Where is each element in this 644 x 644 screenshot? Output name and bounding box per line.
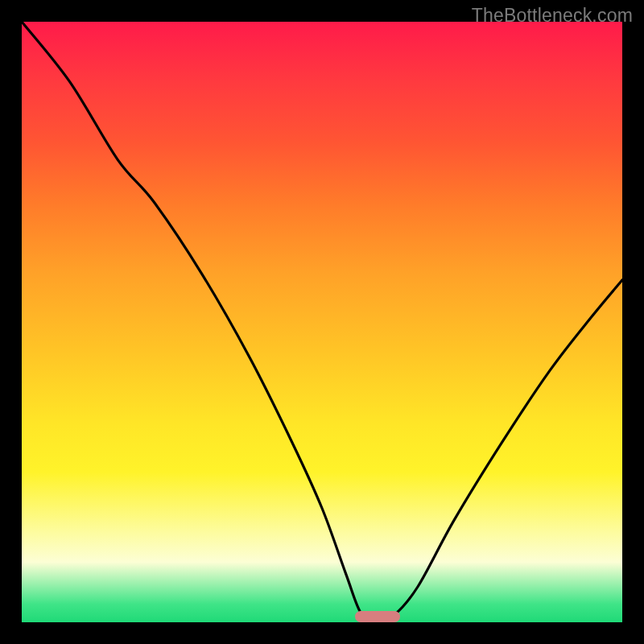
watermark-label: TheBottleneck.com [472,5,633,27]
minimum-marker [355,611,400,622]
plot-area [22,22,622,622]
bottleneck-curve [22,22,622,622]
frame: TheBottleneck.com [0,0,644,644]
